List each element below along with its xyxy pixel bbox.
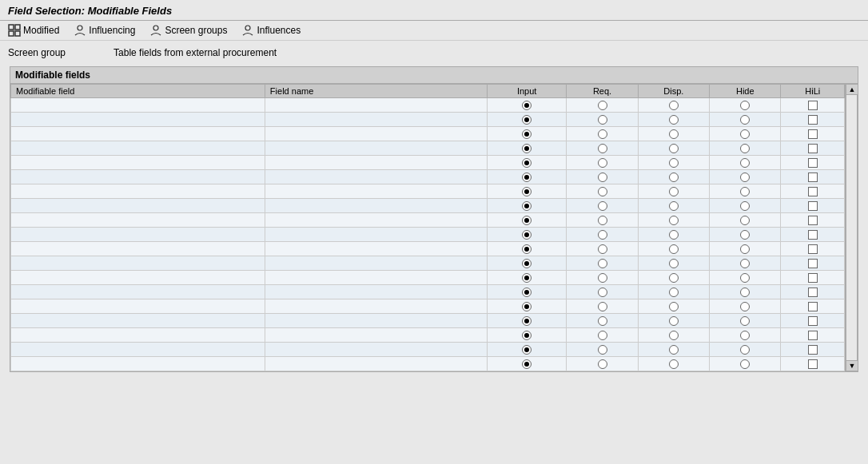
cell-req[interactable] bbox=[567, 113, 638, 127]
cell-disp[interactable] bbox=[638, 213, 709, 228]
radio-disp[interactable] bbox=[669, 129, 679, 139]
radio-hide[interactable] bbox=[740, 288, 750, 297]
cell-req[interactable] bbox=[567, 184, 638, 199]
radio-req[interactable] bbox=[598, 173, 607, 182]
cell-req[interactable] bbox=[567, 170, 638, 184]
checkbox-hili[interactable] bbox=[808, 302, 818, 311]
radio-req[interactable] bbox=[598, 273, 607, 283]
cell-hide[interactable] bbox=[710, 343, 781, 357]
cell-hide[interactable] bbox=[710, 228, 781, 242]
cell-disp[interactable] bbox=[638, 256, 709, 271]
radio-disp[interactable] bbox=[669, 101, 679, 110]
radio-req[interactable] bbox=[598, 187, 607, 196]
cell-req[interactable] bbox=[567, 199, 638, 213]
checkbox-hili[interactable] bbox=[808, 144, 818, 153]
radio-disp[interactable] bbox=[669, 359, 679, 369]
cell-hili[interactable] bbox=[781, 141, 845, 156]
cell-input[interactable] bbox=[487, 256, 566, 271]
cell-hili[interactable] bbox=[781, 299, 845, 314]
radio-disp[interactable] bbox=[669, 316, 679, 326]
cell-hide[interactable] bbox=[710, 285, 781, 299]
radio-disp[interactable] bbox=[669, 173, 679, 182]
checkbox-hili[interactable] bbox=[808, 244, 818, 254]
cell-req[interactable] bbox=[567, 127, 638, 141]
radio-input[interactable] bbox=[522, 144, 532, 153]
cell-hide[interactable] bbox=[710, 170, 781, 184]
radio-req[interactable] bbox=[598, 331, 607, 340]
cell-hili[interactable] bbox=[781, 242, 845, 256]
radio-hide[interactable] bbox=[740, 345, 750, 355]
toolbar-influencing[interactable]: Influencing bbox=[74, 24, 135, 37]
cell-hili[interactable] bbox=[781, 228, 845, 242]
checkbox-hili[interactable] bbox=[808, 288, 818, 297]
radio-req[interactable] bbox=[598, 230, 607, 240]
cell-hili[interactable] bbox=[781, 285, 845, 299]
radio-input[interactable] bbox=[522, 129, 532, 139]
cell-hide[interactable] bbox=[710, 141, 781, 156]
cell-hide[interactable] bbox=[710, 156, 781, 170]
cell-req[interactable] bbox=[567, 242, 638, 256]
checkbox-hili[interactable] bbox=[808, 216, 818, 225]
cell-req[interactable] bbox=[567, 141, 638, 156]
radio-req[interactable] bbox=[598, 259, 607, 268]
radio-hide[interactable] bbox=[740, 316, 750, 326]
radio-req[interactable] bbox=[598, 158, 607, 168]
cell-hide[interactable] bbox=[710, 213, 781, 228]
cell-disp[interactable] bbox=[638, 156, 709, 170]
cell-hide[interactable] bbox=[710, 271, 781, 285]
radio-input[interactable] bbox=[522, 244, 532, 254]
checkbox-hili[interactable] bbox=[808, 316, 818, 326]
cell-input[interactable] bbox=[487, 98, 566, 113]
radio-input[interactable] bbox=[522, 158, 532, 168]
cell-req[interactable] bbox=[567, 357, 638, 371]
cell-hili[interactable] bbox=[781, 343, 845, 357]
cell-hili[interactable] bbox=[781, 98, 845, 113]
radio-disp[interactable] bbox=[669, 259, 679, 268]
cell-hili[interactable] bbox=[781, 156, 845, 170]
cell-hili[interactable] bbox=[781, 170, 845, 184]
radio-input[interactable] bbox=[522, 273, 532, 283]
cell-hide[interactable] bbox=[710, 98, 781, 113]
checkbox-hili[interactable] bbox=[808, 345, 818, 355]
radio-disp[interactable] bbox=[669, 288, 679, 297]
cell-hide[interactable] bbox=[710, 242, 781, 256]
radio-hide[interactable] bbox=[740, 244, 750, 254]
cell-hili[interactable] bbox=[781, 357, 845, 371]
radio-req[interactable] bbox=[598, 101, 607, 110]
cell-disp[interactable] bbox=[638, 184, 709, 199]
cell-hili[interactable] bbox=[781, 127, 845, 141]
radio-input[interactable] bbox=[522, 331, 532, 340]
radio-hide[interactable] bbox=[740, 216, 750, 225]
radio-disp[interactable] bbox=[669, 273, 679, 283]
radio-disp[interactable] bbox=[669, 187, 679, 196]
checkbox-hili[interactable] bbox=[808, 273, 818, 283]
radio-hide[interactable] bbox=[740, 115, 750, 125]
radio-hide[interactable] bbox=[740, 187, 750, 196]
radio-disp[interactable] bbox=[669, 201, 679, 211]
cell-input[interactable] bbox=[487, 242, 566, 256]
radio-disp[interactable] bbox=[669, 115, 679, 125]
cell-hide[interactable] bbox=[710, 299, 781, 314]
cell-req[interactable] bbox=[567, 285, 638, 299]
cell-hili[interactable] bbox=[781, 184, 845, 199]
radio-hide[interactable] bbox=[740, 331, 750, 340]
checkbox-hili[interactable] bbox=[808, 201, 818, 211]
radio-hide[interactable] bbox=[740, 129, 750, 139]
radio-disp[interactable] bbox=[669, 244, 679, 254]
radio-input[interactable] bbox=[522, 173, 532, 182]
radio-req[interactable] bbox=[598, 288, 607, 297]
radio-req[interactable] bbox=[598, 359, 607, 369]
radio-disp[interactable] bbox=[669, 144, 679, 153]
cell-disp[interactable] bbox=[638, 113, 709, 127]
cell-hide[interactable] bbox=[710, 184, 781, 199]
toolbar-screen-groups[interactable]: Screen groups bbox=[149, 24, 227, 37]
radio-input[interactable] bbox=[522, 187, 532, 196]
cell-disp[interactable] bbox=[638, 343, 709, 357]
radio-input[interactable] bbox=[522, 115, 532, 125]
radio-req[interactable] bbox=[598, 316, 607, 326]
radio-hide[interactable] bbox=[740, 173, 750, 182]
cell-disp[interactable] bbox=[638, 271, 709, 285]
cell-hili[interactable] bbox=[781, 113, 845, 127]
cell-input[interactable] bbox=[487, 328, 566, 343]
cell-input[interactable] bbox=[487, 127, 566, 141]
